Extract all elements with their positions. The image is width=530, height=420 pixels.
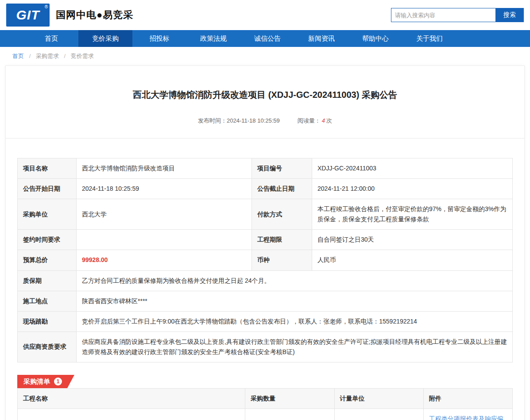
search-area: 搜索	[391, 8, 524, 22]
info-label: 公告开始日期	[18, 179, 77, 199]
info-value: 本工程竣工验收合格后，付至审定价款的97%，留审定金额的3%作为质保金，质保金支…	[312, 199, 513, 230]
budget-total-value: 99928.00	[77, 250, 252, 270]
table-row: 公告开始日期 2024-11-18 10:25:59 公告截止日期 2024-1…	[18, 179, 513, 199]
search-input[interactable]	[391, 8, 495, 22]
column-header-quantity: 采购数量	[245, 389, 334, 409]
registered-mark-icon: ®	[45, 4, 48, 9]
announcement-meta: 发布时间：2024-11-18 10:25:59阅读量：4次	[17, 117, 513, 138]
table-row: 质保期 乙方对合同工程的质量保修期为验收合格并交付使用之日起 24个月。	[18, 270, 513, 291]
table-row: 西北大学博物馆消防升级改造工程 1.00 项 工程类分项报价表及响应偏离表 （最…	[18, 409, 513, 420]
table-row: 现场踏勘 竞价开启后第三个工作日上午9:00在西北大学博物馆踏勘（包含公告发布日…	[18, 311, 513, 331]
purchase-list-section-header: 采购清单 1	[17, 375, 513, 388]
purchase-item-name: 西北大学博物馆消防升级改造工程	[18, 409, 245, 420]
info-value: 2024-11-18 10:25:59	[77, 179, 252, 199]
views-label: 阅读量：	[298, 117, 321, 124]
column-header-unit: 计量单位	[334, 389, 423, 409]
breadcrumb: 首页 / 采购需求 / 竞价需求	[0, 47, 530, 65]
info-label: 采购单位	[18, 199, 77, 230]
info-label: 质保期	[18, 270, 77, 291]
breadcrumb-bidding-demand[interactable]: 竞价需求	[71, 53, 94, 59]
breadcrumb-procurement-demand[interactable]: 采购需求	[36, 53, 59, 59]
purchase-item-qty: 1.00	[245, 409, 334, 420]
info-value: 自合同签订之日30天	[312, 230, 513, 250]
column-header-attachment: 附件	[423, 389, 512, 409]
info-label: 币种	[252, 250, 312, 270]
nav-item-about-us[interactable]: 关于我们	[402, 30, 456, 47]
table-row: 施工地点 陕西省西安市碑林区****	[18, 291, 513, 311]
nav-item-home[interactable]: 首页	[24, 30, 78, 47]
purchase-list-label: 采购清单	[23, 378, 50, 386]
info-value: 供应商应具备消防设施工程专业承包二级及以上资质,具有建设行政主管部门颁发的有效的…	[77, 331, 513, 362]
nav-item-news[interactable]: 新闻资讯	[294, 30, 348, 47]
info-value: 西北大学博物馆消防升级改造项目	[77, 158, 252, 179]
info-label: 签约时间要求	[18, 230, 77, 250]
breadcrumb-separator: /	[29, 53, 31, 59]
announcement-card: 西北大学博物馆消防升级改造项目 (XDJJ-GC-202411003) 采购公告…	[5, 66, 525, 420]
table-row: 预算总价 99928.00 币种 人民币	[18, 250, 513, 270]
search-button[interactable]: 搜索	[495, 8, 524, 22]
info-value: 竞价开启后第三个工作日上午9:00在西北大学博物馆踏勘（包含公告发布日），联系人…	[77, 311, 513, 331]
column-header-project-name: 工程名称	[18, 389, 245, 409]
info-value: 乙方对合同工程的质量保修期为验收合格并交付使用之日起 24个月。	[77, 270, 513, 291]
top-header: GIT ® 国网中电●易竞采 搜索	[0, 0, 530, 30]
info-label: 现场踏勘	[18, 311, 77, 331]
table-row: 供应商资质要求 供应商应具备消防设施工程专业承包二级及以上资质,具有建设行政主管…	[18, 331, 513, 362]
info-label: 公告截止日期	[252, 179, 312, 199]
info-value: 陕西省西安市碑林区****	[77, 291, 513, 311]
info-label: 付款方式	[252, 199, 312, 230]
purchase-list-table: 工程名称 采购数量 计量单位 附件 西北大学博物馆消防升级改造工程 1.00 项…	[17, 388, 513, 420]
info-label: 工程期限	[252, 230, 312, 250]
views-unit: 次	[326, 117, 332, 124]
publish-time-label: 发布时间：	[198, 117, 227, 124]
info-label: 项目编号	[252, 158, 312, 179]
purchase-list-ribbon: 采购清单 1	[17, 375, 74, 388]
nav-item-tendering[interactable]: 招投标	[132, 30, 186, 47]
publish-time-value: 2024-11-18 10:25:59	[227, 117, 280, 124]
table-header-row: 工程名称 采购数量 计量单位 附件	[18, 389, 513, 409]
logo-text: GIT	[16, 8, 40, 23]
info-label: 项目名称	[18, 158, 77, 179]
nav-item-bidding-procurement[interactable]: 竞价采购	[78, 30, 132, 47]
purchase-item-unit: 项	[334, 409, 423, 420]
divider	[6, 138, 524, 139]
info-value: XDJJ-GC-202411003	[312, 158, 513, 179]
table-row: 项目名称 西北大学博物馆消防升级改造项目 项目编号 XDJJ-GC-202411…	[18, 158, 513, 179]
site-title: 国网中电●易竞采	[56, 8, 133, 22]
info-value: 2024-11-21 12:00:00	[312, 179, 513, 199]
table-row: 签约时间要求 工程期限 自合同签订之日30天	[18, 230, 513, 250]
page-title: 西北大学博物馆消防升级改造项目 (XDJJ-GC-202411003) 采购公告	[17, 66, 513, 117]
info-value: 西北大学	[77, 199, 252, 230]
table-row: 采购单位 西北大学 付款方式 本工程竣工验收合格后，付至审定价款的97%，留审定…	[18, 199, 513, 230]
info-label: 供应商资质要求	[18, 331, 77, 362]
nav-item-integrity-notice[interactable]: 诚信公告	[240, 30, 294, 47]
breadcrumb-home[interactable]: 首页	[12, 53, 24, 59]
nav-item-help-center[interactable]: 帮助中心	[348, 30, 402, 47]
purchase-list-count-badge: 1	[54, 378, 62, 385]
breadcrumb-separator: /	[64, 53, 66, 59]
info-value: 人民币	[312, 250, 513, 270]
info-label: 施工地点	[18, 291, 77, 311]
project-info-table: 项目名称 西北大学博物馆消防升级改造项目 项目编号 XDJJ-GC-202411…	[17, 158, 513, 362]
attachment-link[interactable]: 工程类分项报价表及响应偏离表 （最终版）.docx	[429, 415, 503, 420]
views-count: 4	[322, 117, 325, 124]
main-nav: 首页 竞价采购 招投标 政策法规 诚信公告 新闻资讯 帮助中心 关于我们	[0, 30, 530, 47]
info-label: 预算总价	[18, 250, 77, 270]
info-value	[77, 230, 252, 250]
site-logo[interactable]: GIT ®	[6, 4, 50, 27]
nav-item-policies[interactable]: 政策法规	[186, 30, 240, 47]
